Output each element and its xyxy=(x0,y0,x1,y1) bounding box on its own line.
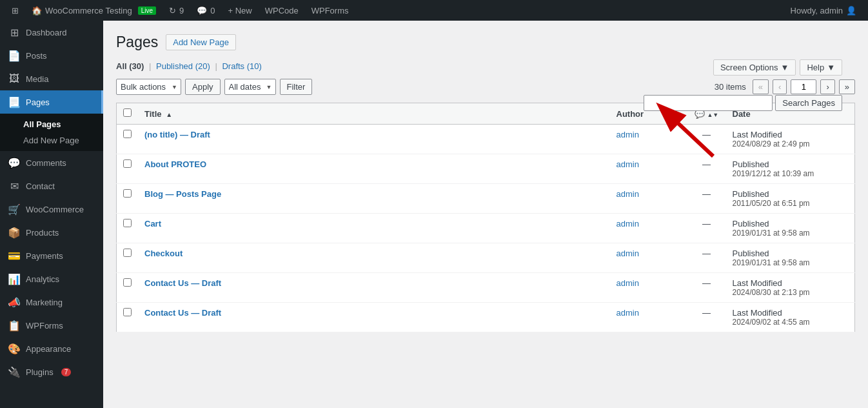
page-title-link-3[interactable]: Cart xyxy=(144,219,161,229)
tablenav-right: 30 items « ‹ › » xyxy=(715,79,855,94)
add-new-page-label: Add New Page xyxy=(23,136,79,145)
author-link-1[interactable]: admin xyxy=(616,159,639,169)
pagination-current-page[interactable] xyxy=(791,79,816,94)
adminbar-wp-logo[interactable]: ⊞ xyxy=(5,0,25,21)
page-title-link-5[interactable]: Contact Us — Draft xyxy=(144,278,221,288)
pagination-last-button[interactable]: » xyxy=(839,79,855,94)
row-checkbox-0[interactable] xyxy=(123,130,132,138)
sidebar-item-media[interactable]: 🖼 Media xyxy=(0,67,103,90)
sidebar-subitem-all-pages[interactable]: All Pages xyxy=(0,116,103,132)
select-all-checkbox[interactable] xyxy=(123,108,132,117)
sidebar-item-wpforms[interactable]: 📋 WPForms xyxy=(0,314,103,337)
sidebar-item-comments[interactable]: 💬 Comments xyxy=(0,151,103,174)
adminbar-new[interactable]: + New xyxy=(221,0,258,21)
search-area: Search Pages xyxy=(644,95,842,111)
pagination-first-button[interactable]: « xyxy=(753,79,769,94)
comments-value-5: — xyxy=(702,278,711,288)
page-title-link-2[interactable]: Blog — Posts Page xyxy=(144,189,221,199)
sidebar-item-payments[interactable]: 💳 Payments xyxy=(0,244,103,267)
row-checkbox-6[interactable] xyxy=(123,308,132,316)
row-checkbox-4[interactable] xyxy=(123,249,132,257)
filter-button[interactable]: Filter xyxy=(280,79,313,95)
sidebar-item-analytics[interactable]: 📊 Analytics xyxy=(0,267,103,291)
comments-value-3: — xyxy=(702,219,711,229)
author-link-5[interactable]: admin xyxy=(616,278,639,288)
adminbar-updates[interactable]: ↻ 9 xyxy=(163,0,190,21)
row-checkbox-cell xyxy=(117,243,139,273)
table-row: Contact Us — Draft admin — Last Modified… xyxy=(117,273,855,303)
row-comments-cell: — xyxy=(687,273,726,303)
dates-filter-select[interactable]: All dates xyxy=(224,79,276,95)
author-link-4[interactable]: admin xyxy=(616,249,639,258)
items-count: 30 items xyxy=(715,82,746,92)
row-checkbox-3[interactable] xyxy=(123,219,132,227)
sidebar-item-products[interactable]: 📦 Products xyxy=(0,221,103,244)
adminbar-wpcode[interactable]: WPCode xyxy=(259,0,305,21)
search-input[interactable] xyxy=(644,95,773,111)
author-link-0[interactable]: admin xyxy=(616,130,639,139)
date-time-4: 2019/01/31 at 9:58 am xyxy=(733,258,849,267)
search-pages-button[interactable]: Search Pages xyxy=(775,95,842,111)
marketing-icon: 📣 xyxy=(8,296,21,309)
chevron-down-icon: ▼ xyxy=(781,63,789,72)
filter-drafts[interactable]: Drafts (10) xyxy=(222,61,261,71)
author-link-2[interactable]: admin xyxy=(616,189,639,199)
row-date-cell: Published 2019/12/12 at 10:39 am xyxy=(726,154,855,184)
screen-options-label: Screen Options xyxy=(720,63,778,72)
sidebar-item-appearance[interactable]: 🎨 Appearance xyxy=(0,337,103,360)
pages-icon: 📃 xyxy=(8,96,21,108)
admin-bar: ⊞ 🏠 WooCommerce Testing Live ↻ 9 💬 0 + N… xyxy=(0,0,868,21)
author-link-3[interactable]: admin xyxy=(616,219,639,229)
comments-menu-icon: 💬 xyxy=(8,157,21,169)
apply-button[interactable]: Apply xyxy=(185,79,221,95)
sidebar-item-woocommerce[interactable]: 🛒 WooCommerce xyxy=(0,198,103,221)
page-title-link-0[interactable]: (no title) — Draft xyxy=(144,130,210,139)
page-title-link-6[interactable]: Contact Us — Draft xyxy=(144,308,221,318)
pagination-prev-button[interactable]: ‹ xyxy=(773,79,787,94)
date-time-6: 2024/09/02 at 4:55 am xyxy=(733,318,849,327)
sidebar-item-contact[interactable]: ✉ Contact xyxy=(0,174,103,198)
bulk-actions-select[interactable]: Bulk actions xyxy=(116,79,181,95)
date-time-5: 2024/08/30 at 2:13 pm xyxy=(733,288,849,297)
row-author-cell: admin xyxy=(610,243,687,273)
help-button[interactable]: Help ▼ xyxy=(800,59,842,76)
pagination-next-button[interactable]: › xyxy=(820,79,834,94)
row-checkbox-1[interactable] xyxy=(123,159,132,168)
sidebar-item-marketing[interactable]: 📣 Marketing xyxy=(0,291,103,314)
author-link-6[interactable]: admin xyxy=(616,308,639,318)
adminbar-wpforms[interactable]: WPForms xyxy=(305,0,355,21)
filter-published[interactable]: Published (20) xyxy=(156,61,210,71)
screen-options-button[interactable]: Screen Options ▼ xyxy=(713,59,796,76)
adminbar-site-name[interactable]: 🏠 WooCommerce Testing Live xyxy=(25,0,163,21)
page-title-link-1[interactable]: About PROTEO xyxy=(144,159,206,169)
sidebar-item-label: Comments xyxy=(26,158,66,168)
sidebar-item-label: Dashboard xyxy=(26,28,67,37)
sidebar-item-dashboard[interactable]: ⊞ Dashboard xyxy=(0,21,103,44)
row-title-cell: About PROTEO xyxy=(138,154,610,184)
top-right-actions: Screen Options ▼ Help ▼ xyxy=(713,59,842,76)
page-title-link-4[interactable]: Checkout xyxy=(144,249,182,258)
date-status-6: Last Modified xyxy=(733,308,782,318)
row-date-cell: Last Modified 2024/08/30 at 2:13 pm xyxy=(726,273,855,303)
row-checkbox-5[interactable] xyxy=(123,278,132,287)
adminbar-howdy[interactable]: Howdy, admin 👤 xyxy=(784,0,863,21)
sidebar: ⊞ Dashboard 📄 Posts 🖼 Media 📃 Pages All … xyxy=(0,21,103,408)
add-new-page-button[interactable]: Add New Page xyxy=(166,34,236,50)
sidebar-item-plugins[interactable]: 🔌 Plugins 7 xyxy=(0,360,103,383)
filter-all[interactable]: All (30) xyxy=(116,61,144,71)
adminbar-comments[interactable]: 💬 0 xyxy=(190,0,221,21)
sidebar-item-posts[interactable]: 📄 Posts xyxy=(0,44,103,67)
sidebar-item-label: Payments xyxy=(26,251,63,261)
row-date-cell: Last Modified 2024/08/29 at 2:49 pm xyxy=(726,125,855,154)
table-row: Cart admin — Published 2019/01/31 at 9:5… xyxy=(117,214,855,243)
sidebar-item-label: Marketing xyxy=(26,298,63,307)
row-checkbox-2[interactable] xyxy=(123,189,132,198)
main-content: Screen Options ▼ Help ▼ Pages Add New Pa… xyxy=(103,21,868,408)
help-chevron-icon: ▼ xyxy=(827,63,835,72)
row-title-cell: Blog — Posts Page xyxy=(138,184,610,214)
sidebar-subitem-add-new-page[interactable]: Add New Page xyxy=(0,132,103,148)
th-title[interactable]: Title ▲ xyxy=(138,103,610,125)
sidebar-item-pages[interactable]: 📃 Pages xyxy=(0,90,103,114)
avatar-icon: 👤 xyxy=(846,6,856,15)
howdy-label: Howdy, admin xyxy=(791,6,843,15)
